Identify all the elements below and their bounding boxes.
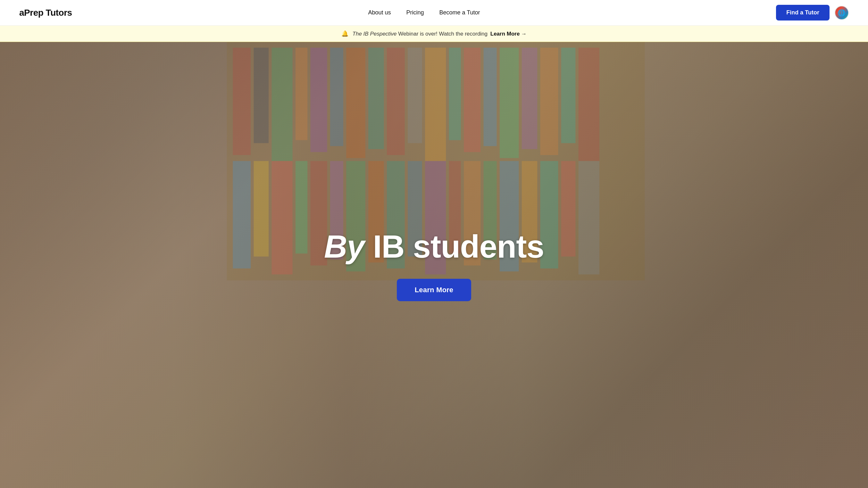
announcement-learn-more-link[interactable]: Learn More →: [490, 31, 527, 37]
hero-content: By IB students Learn More: [0, 42, 868, 488]
find-tutor-button[interactable]: Find a Tutor: [776, 5, 830, 21]
nav-item-become-tutor[interactable]: Become a Tutor: [439, 9, 480, 16]
announcement-italic-title: The IB Pespective: [352, 31, 397, 37]
nav-item-about[interactable]: About us: [368, 9, 391, 16]
nav-link-about[interactable]: About us: [368, 9, 391, 16]
announcement-message: Webinar is over! Watch the recording: [398, 31, 489, 37]
brand-logo[interactable]: aPrep Tutors: [19, 8, 72, 18]
nav-links: About us Pricing Become a Tutor: [368, 9, 480, 16]
hero-title: By IB students: [324, 230, 544, 263]
hero-section: By IB students Learn More: [0, 42, 868, 488]
hero-learn-more-button[interactable]: Learn More: [397, 279, 471, 301]
announcement-banner: 🔔 The IB Pespective Webinar is over! Wat…: [0, 26, 868, 42]
nav-link-pricing[interactable]: Pricing: [406, 9, 424, 16]
navbar: aPrep Tutors About us Pricing Become a T…: [0, 0, 868, 26]
nav-link-become-tutor[interactable]: Become a Tutor: [439, 9, 480, 16]
nav-item-pricing[interactable]: Pricing: [406, 9, 424, 16]
nav-cta: Find a Tutor 🌐: [776, 5, 849, 21]
hero-title-italic: By: [324, 228, 365, 264]
hero-title-rest: IB students: [365, 228, 544, 264]
avatar[interactable]: 🌐: [835, 6, 849, 20]
bell-icon: 🔔: [341, 30, 348, 37]
